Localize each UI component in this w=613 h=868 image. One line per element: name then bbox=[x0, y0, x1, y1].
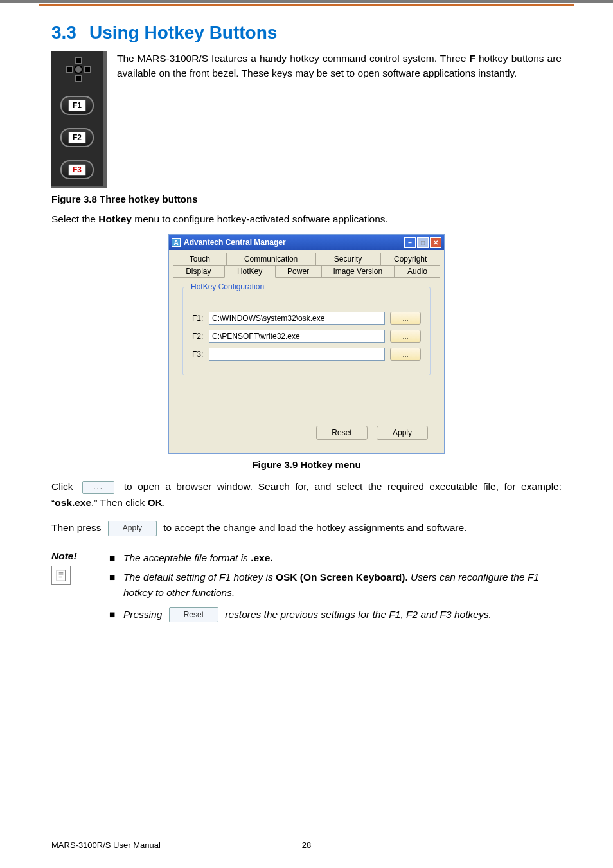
section-title-text: Using Hotkey Buttons bbox=[89, 23, 277, 42]
f2-browse-button[interactable]: ... bbox=[390, 330, 421, 343]
bullet-icon: ■ bbox=[109, 607, 123, 623]
acm-app-icon: A bbox=[172, 238, 181, 247]
note-item-1: The acceptable file format is .exe. bbox=[123, 550, 562, 566]
acm-titlebar: A Advantech Central Manager – □ ✕ bbox=[169, 235, 444, 250]
f3-browse-button[interactable]: ... bbox=[390, 348, 421, 361]
tab-communication[interactable]: Communication bbox=[227, 253, 315, 265]
fieldset-legend: HotKey Configuration bbox=[188, 282, 267, 291]
f1-key-graphic: F1 bbox=[60, 96, 94, 115]
reset-button[interactable]: Reset bbox=[316, 426, 368, 440]
inline-apply-button[interactable]: Apply bbox=[108, 521, 157, 536]
tab-hotkey[interactable]: HotKey bbox=[224, 265, 276, 278]
section-number: 3.3 bbox=[51, 23, 76, 42]
f3-path-input[interactable] bbox=[209, 348, 385, 361]
f1-path-input[interactable] bbox=[209, 312, 385, 325]
inline-reset-button[interactable]: Reset bbox=[169, 607, 218, 622]
tab-image-version[interactable]: Image Version bbox=[321, 265, 395, 277]
acm-title: Advantech Central Manager bbox=[184, 238, 403, 247]
note-label: Note! bbox=[51, 550, 109, 562]
tab-body: HotKey Configuration F1: ... F2: ... bbox=[173, 277, 440, 449]
close-button[interactable]: ✕ bbox=[430, 237, 441, 248]
tab-audio[interactable]: Audio bbox=[395, 265, 440, 277]
footer-page-number: 28 bbox=[281, 840, 332, 850]
bullet-icon: ■ bbox=[109, 570, 123, 601]
figure-caption-2: Figure 3.9 Hotkey menu bbox=[51, 459, 562, 470]
dpad-icon bbox=[66, 57, 91, 82]
inline-browse-button[interactable]: ... bbox=[82, 481, 114, 494]
tab-row-top: Touch Communication Security Copyright bbox=[173, 253, 440, 265]
maximize-button[interactable]: □ bbox=[417, 237, 429, 248]
acm-window: A Advantech Central Manager – □ ✕ Touch … bbox=[168, 234, 445, 454]
f2-key-graphic: F2 bbox=[60, 128, 94, 147]
hotkey-panel-graphic: F1 F2 F3 bbox=[51, 51, 107, 188]
f3-label: F3: bbox=[192, 350, 209, 359]
figure-caption-1: Figure 3.8 Three hotkey buttons bbox=[51, 194, 562, 204]
note-icon bbox=[51, 566, 71, 585]
tab-security[interactable]: Security bbox=[315, 253, 381, 265]
footer-manual: MARS-3100R/S User Manual bbox=[51, 840, 281, 850]
tab-power[interactable]: Power bbox=[276, 265, 321, 277]
tab-touch[interactable]: Touch bbox=[173, 253, 227, 265]
tab-display[interactable]: Display bbox=[173, 265, 224, 277]
note-item-3: Pressing Reset restores the previous set… bbox=[123, 607, 562, 623]
note-item-2: The default setting of F1 hotkey is OSK … bbox=[123, 570, 562, 601]
minimize-button[interactable]: – bbox=[404, 237, 416, 248]
section-heading: 3.3Using Hotkey Buttons bbox=[51, 23, 562, 43]
f3-key-graphic: F3 bbox=[60, 160, 94, 179]
apply-button[interactable]: Apply bbox=[377, 426, 428, 440]
tab-copyright[interactable]: Copyright bbox=[380, 253, 440, 265]
select-hotkey-line: Select the Hotkey menu to configure hotk… bbox=[51, 213, 562, 225]
f1-label: F1: bbox=[192, 314, 209, 323]
then-press-paragraph: Then press Apply to accept the change an… bbox=[51, 520, 562, 536]
svg-rect-0 bbox=[57, 570, 65, 581]
tab-row-bottom: Display HotKey Power Image Version Audio bbox=[173, 265, 440, 277]
intro-paragraph: The MARS-3100R/S features a handy hotkey… bbox=[117, 51, 562, 81]
f2-path-input[interactable] bbox=[209, 330, 385, 343]
hotkey-config-fieldset: HotKey Configuration F1: ... F2: ... bbox=[182, 287, 431, 375]
click-paragraph: Click ... to open a browser window. Sear… bbox=[51, 479, 562, 511]
bullet-icon: ■ bbox=[109, 550, 123, 566]
f2-label: F2: bbox=[192, 332, 209, 341]
f1-browse-button[interactable]: ... bbox=[390, 312, 421, 325]
